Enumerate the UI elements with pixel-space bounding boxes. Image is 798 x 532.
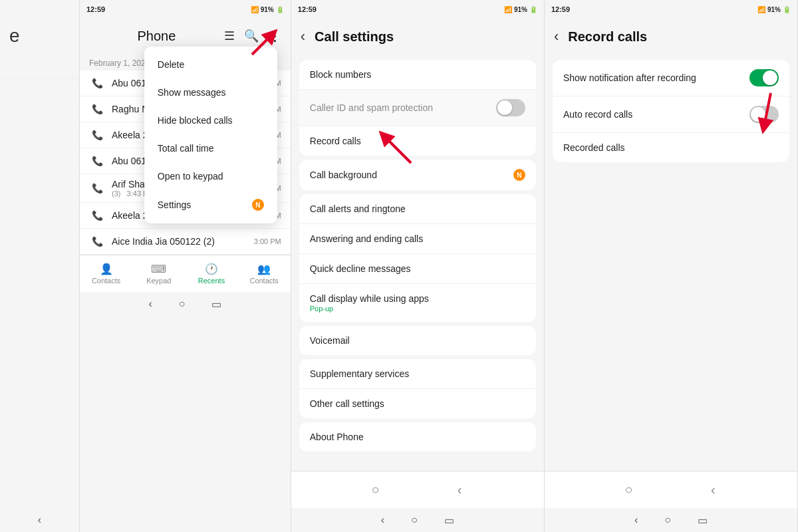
contacts-icon: 👤	[100, 263, 113, 275]
record-content: Show notification after recording Auto r…	[545, 51, 797, 471]
partial-item-label	[19, 63, 70, 68]
nav-home-4[interactable]: ○	[587, 482, 671, 497]
show-notif-toggle[interactable]	[749, 69, 779, 86]
settings-group-4: Voicemail	[299, 326, 536, 355]
call-icon-5: 📞	[89, 180, 105, 196]
status-icons-4: 📶 91% 🔋	[757, 6, 791, 13]
menu-item-delete[interactable]: Delete	[144, 51, 277, 78]
keypad-icon: ⌨	[151, 263, 166, 275]
top-bar-1: e	[0, 19, 79, 53]
supplementary-label: Supplementary services	[310, 368, 409, 379]
settings-item-other[interactable]: Other call settings	[299, 389, 536, 418]
bottom-nav-3: ○ ‹	[291, 471, 544, 508]
auto-record-toggle[interactable]	[749, 106, 779, 123]
settings-item-supplementary[interactable]: Supplementary services	[299, 359, 536, 389]
time-3: 12:59	[298, 5, 317, 13]
wifi-icon: 📶	[251, 6, 259, 13]
recents-nav-icon-3[interactable]: ▭	[444, 514, 454, 527]
settings-badge: N	[252, 199, 264, 211]
settings-group-6: About Phone	[299, 422, 536, 452]
settings-item-voicemail[interactable]: Voicemail	[299, 326, 536, 355]
wifi-icon-4: 📶	[757, 6, 765, 13]
system-nav-3: ‹ ○ ▭	[291, 508, 544, 532]
overflow-menu: Delete Show messages Hide blocked calls …	[144, 47, 277, 223]
back-nav-icon-2[interactable]: ‹	[148, 298, 152, 310]
status-icons-3: 📶 91% 🔋	[504, 6, 537, 13]
auto-record-label: Auto record calls	[563, 109, 632, 120]
settings-item-auto-record[interactable]: Auto record calls	[553, 96, 789, 133]
settings-item-record-calls[interactable]: Record calls	[299, 126, 536, 156]
back-nav-icon-1[interactable]: ‹	[38, 514, 41, 526]
panel-4-record-calls: 12:59 📶 91% 🔋 ‹ Record calls Show notifi…	[545, 0, 798, 532]
top-bar-icons-2: ☰ 🔍 ⋮	[224, 28, 281, 44]
nav-keypad[interactable]: ⌨ Keypad	[132, 263, 185, 285]
settings-item-caller-id[interactable]: Caller ID and spam protection	[299, 90, 536, 126]
call-alerts-label: Call alerts and ringtone	[310, 203, 406, 214]
back-nav-icon-4[interactable]: ‹	[634, 514, 638, 526]
battery-icon-4: 🔋	[783, 6, 791, 13]
menu-item-hide-blocked[interactable]: Hide blocked calls	[144, 106, 277, 134]
caller-id-toggle[interactable]	[496, 99, 525, 116]
nav-contacts-3[interactable]: 👥 Contacts	[238, 263, 291, 285]
menu-label-delete: Delete	[158, 59, 184, 70]
auto-record-thumb	[751, 107, 765, 122]
home-nav-icon-2[interactable]: ○	[179, 298, 186, 310]
call-icon-3: 📞	[89, 127, 105, 143]
back-button-4[interactable]: ‹ Record calls	[545, 19, 797, 51]
battery-icon-3: 🔋	[529, 6, 537, 13]
settings-item-call-alerts[interactable]: Call alerts and ringtone	[299, 194, 536, 224]
menu-label-open-keypad: Open to keypad	[158, 171, 223, 182]
nav-contacts-2[interactable]: 👤 Contacts	[80, 263, 132, 285]
call-icon-4: 📞	[89, 153, 105, 169]
record-calls-label: Record calls	[310, 136, 361, 146]
home-nav-icon-4[interactable]: ○	[664, 514, 671, 526]
settings-item-call-background[interactable]: Call background N	[299, 160, 536, 190]
record-settings-group: Show notification after recording Auto r…	[553, 60, 789, 162]
panel-2-phone: 12:59 📶 91% 🔋 Phone ☰ 🔍 ⋮ February 1, 20…	[80, 0, 291, 532]
status-bar-3: 12:59 📶 91% 🔋	[291, 0, 544, 19]
more-icon[interactable]: ⋮	[268, 28, 281, 44]
search-icon[interactable]: 🔍	[244, 29, 259, 43]
about-phone-label: About Phone	[310, 432, 364, 442]
nav-recents[interactable]: 🕐 Recents	[185, 263, 237, 285]
back-button-3[interactable]: ‹ Call settings	[291, 19, 544, 51]
list-item	[0, 53, 79, 79]
nav-back-4[interactable]: ‹	[671, 482, 755, 497]
settings-item-about[interactable]: About Phone	[299, 422, 536, 452]
settings-item-answering[interactable]: Answering and ending calls	[299, 224, 536, 254]
back-nav-icon-3[interactable]: ‹	[381, 514, 384, 526]
filter-icon[interactable]: ☰	[224, 29, 235, 43]
voicemail-label: Voicemail	[310, 335, 350, 346]
signal-icon-3: 91%	[514, 6, 527, 13]
back-icon-3: ‹	[458, 482, 462, 497]
system-nav-2: ‹ ○ ▭	[80, 292, 291, 316]
settings-item-show-notif[interactable]: Show notification after recording	[553, 60, 789, 96]
menu-label-show-messages: Show messages	[158, 87, 226, 98]
call-icon-1: 📞	[89, 75, 105, 91]
caller-id-label: Caller ID and spam protection	[310, 102, 433, 113]
battery-icon: 🔋	[276, 6, 284, 13]
home-nav-icon-3[interactable]: ○	[411, 514, 418, 526]
menu-item-total-call[interactable]: Total call time	[144, 134, 277, 162]
list-item[interactable]: 📞 Aice India Jia 050122 (2) 3:00 PM	[80, 229, 291, 255]
answering-label: Answering and ending calls	[310, 233, 423, 244]
menu-item-show-messages[interactable]: Show messages	[144, 78, 277, 106]
block-numbers-label: Block numbers	[310, 69, 372, 80]
menu-item-settings[interactable]: Settings N	[144, 190, 277, 219]
contacts2-icon: 👥	[257, 263, 271, 275]
recents-nav-icon-4[interactable]: ▭	[698, 514, 708, 527]
nav-back-3[interactable]: ‹	[418, 482, 502, 497]
recents-nav-icon-2[interactable]: ▭	[211, 298, 221, 311]
settings-item-quick-decline[interactable]: Quick decline messages	[299, 254, 536, 284]
settings-item-block-numbers[interactable]: Block numbers	[299, 60, 536, 90]
settings-content: Block numbers Caller ID and spam protect…	[291, 51, 544, 471]
settings-group-2: Call background N	[299, 160, 536, 190]
menu-item-open-keypad[interactable]: Open to keypad	[144, 162, 277, 190]
settings-item-call-display[interactable]: Call display while using apps Pop-up	[299, 284, 536, 322]
nav-home-3[interactable]: ○	[333, 482, 418, 497]
recorded-calls-label: Recorded calls	[563, 142, 625, 153]
call-icon-7: 📞	[89, 233, 105, 249]
settings-item-recorded-calls[interactable]: Recorded calls	[553, 133, 789, 162]
nav-recents-label: Recents	[198, 277, 225, 285]
status-bar-1	[0, 0, 79, 19]
